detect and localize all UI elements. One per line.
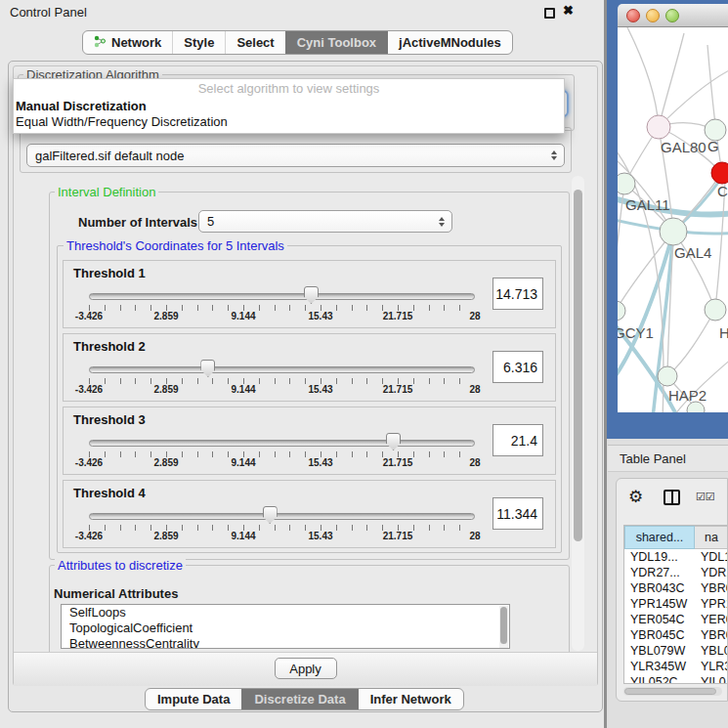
- slider-tick-labels: -3.426 2.859 9.144 15.43 21.715 28: [89, 531, 475, 541]
- threshold-4-label: Threshold 4: [73, 486, 492, 500]
- column-header-name[interactable]: na: [695, 526, 728, 549]
- network-canvas[interactable]: GAL80 G C GAL11 GAL4 GCY1 H HAP2: [618, 27, 728, 412]
- close-window-icon[interactable]: [626, 9, 640, 22]
- list-item[interactable]: TopologicalCoefficient: [62, 621, 509, 636]
- threshold-2-label: Threshold 2: [73, 339, 492, 354]
- threshold-4-value-field[interactable]: [492, 497, 543, 530]
- numerical-attributes-label: Numerical Attributes: [54, 586, 178, 601]
- slider-track[interactable]: [89, 440, 475, 447]
- threshold-2-value-field[interactable]: [492, 351, 543, 383]
- threshold-4-slider[interactable]: -3.426 2.859 9.144 15.43 21.715 28: [89, 504, 475, 541]
- node-label-partial-h: H: [719, 324, 728, 341]
- node-label-gal4: GAL4: [674, 244, 711, 261]
- list-item[interactable]: SelfLoops: [62, 605, 509, 621]
- threshold-3-panel: Threshold 3 -3.426 2.859 9.144 15.43 21.…: [63, 407, 556, 475]
- thresholds-group-label: Threshold's Coordinates for 5 Intervals: [64, 238, 287, 253]
- threshold-3-value-field[interactable]: [492, 424, 543, 456]
- top-tab-bar: Network Style Select Cyni Toolbox jActiv…: [82, 30, 513, 55]
- network-window-titlebar[interactable]: [618, 4, 728, 27]
- minimize-window-icon[interactable]: [646, 9, 660, 22]
- threshold-1-slider[interactable]: -3.426 2.859 9.144 15.43 21.715 28: [89, 284, 475, 321]
- table-horizontal-scrollbar[interactable]: [623, 687, 722, 696]
- network-node-selected-red[interactable]: [711, 162, 728, 184]
- tab-style[interactable]: Style: [172, 31, 225, 54]
- table-row[interactable]: YBL079WYBL0: [624, 643, 728, 659]
- network-node-gal80[interactable]: [647, 115, 670, 139]
- slider-handle[interactable]: [386, 433, 401, 450]
- network-view-window: GAL80 G C GAL11 GAL4 GCY1 H HAP2: [607, 0, 728, 439]
- table-row[interactable]: YDR27...YDR2: [624, 565, 728, 580]
- node-label-gal11: GAL11: [625, 196, 670, 213]
- scrollbar-thumb[interactable]: [624, 688, 716, 695]
- attributes-group-label: Attributes to discretize: [55, 558, 186, 573]
- panel-title: Control Panel: [10, 5, 87, 20]
- settings-vertical-scrollbar[interactable]: [572, 176, 584, 651]
- tab-select[interactable]: Select: [225, 31, 284, 54]
- slider-track[interactable]: [89, 513, 475, 520]
- network-node-h[interactable]: [705, 299, 726, 321]
- spinner-arrows-icon: [551, 150, 557, 160]
- table-row[interactable]: YLR345WYLR3: [624, 659, 728, 674]
- slider-track[interactable]: [89, 366, 475, 373]
- slider-tick-labels: -3.426 2.859 9.144 15.43 21.715 28: [89, 457, 475, 468]
- dropdown-option-equal-width-frequency[interactable]: Equal Width/Frequency Discretization: [14, 114, 564, 130]
- number-of-intervals-label: Number of Intervals: [78, 215, 197, 230]
- network-node-gal11[interactable]: [618, 173, 635, 194]
- threshold-4-panel: Threshold 4 -3.426 2.859 9.144 15.43 21.…: [63, 480, 556, 548]
- list-vertical-scrollbar[interactable]: [499, 606, 508, 649]
- zoom-window-icon[interactable]: [665, 9, 679, 22]
- network-node-hap2[interactable]: [658, 366, 677, 386]
- tab-infer-network[interactable]: Infer Network: [358, 689, 463, 709]
- slider-track[interactable]: [89, 293, 475, 300]
- table-panel-title: Table Panel: [608, 445, 728, 472]
- network-icon: [94, 35, 107, 51]
- apply-strip: Apply: [14, 652, 597, 686]
- table-row[interactable]: YER054CYER0: [624, 612, 728, 627]
- table-row[interactable]: YPR145WYPR1: [624, 596, 728, 612]
- node-label-gal80: GAL80: [661, 139, 707, 155]
- table-data-combobox[interactable]: galFiltered.sif default node: [26, 144, 565, 167]
- table-row[interactable]: YBR043CYBR0: [624, 580, 728, 596]
- table-header-row: shared... na: [624, 526, 728, 549]
- scrollbar-thumb[interactable]: [500, 607, 507, 644]
- number-of-intervals-value: 5: [207, 214, 214, 229]
- node-label-partial-c: C: [717, 183, 728, 199]
- tab-network-label: Network: [111, 35, 161, 50]
- threshold-1-value-field[interactable]: [492, 278, 543, 310]
- list-item[interactable]: BetweennessCentrality: [62, 636, 509, 649]
- scrollbar-thumb[interactable]: [574, 190, 582, 541]
- node-attribute-table[interactable]: shared... na YDL19...YDL1 YDR27...YDR2 Y…: [623, 525, 728, 684]
- slider-handle[interactable]: [304, 286, 319, 304]
- slider-handle[interactable]: [263, 506, 278, 524]
- interval-definition-label: Interval Definition: [55, 185, 158, 199]
- slider-tick-labels: -3.426 2.859 9.144 15.43 21.715 28: [89, 384, 475, 395]
- threshold-1-panel: Threshold 1 -3.426 2.859 9.144 15.43 21.…: [63, 260, 556, 328]
- tab-cyni-toolbox[interactable]: Cyni Toolbox: [285, 31, 387, 54]
- tab-impute-data[interactable]: Impute Data: [146, 689, 241, 709]
- attributes-listbox[interactable]: SelfLoops TopologicalCoefficient Between…: [61, 604, 510, 649]
- dropdown-option-manual-discretization[interactable]: Manual Discretization: [14, 99, 564, 114]
- columns-icon[interactable]: [664, 490, 680, 505]
- tab-discretize-data[interactable]: Discretize Data: [241, 689, 357, 709]
- table-row[interactable]: YDL19...YDL1: [624, 549, 728, 565]
- checkbox-icons[interactable]: ☑☑: [696, 491, 715, 503]
- apply-button[interactable]: Apply: [275, 658, 337, 679]
- table-row[interactable]: YBR045CYBR0: [624, 627, 728, 643]
- threshold-2-panel: Threshold 2 -3.426 2.859 9.144 15.43 21.…: [63, 333, 556, 402]
- column-header-shared-name[interactable]: shared...: [624, 526, 695, 549]
- threshold-2-slider[interactable]: -3.426 2.859 9.144 15.43 21.715 28: [89, 358, 475, 395]
- table-row[interactable]: YIL052CYIL0: [624, 674, 728, 684]
- threshold-3-label: Threshold 3: [73, 412, 492, 427]
- network-node-gal4[interactable]: [660, 218, 687, 245]
- network-node-gcy1[interactable]: [618, 301, 625, 321]
- number-of-intervals-combobox[interactable]: 5: [198, 210, 452, 233]
- tab-network[interactable]: Network: [83, 31, 172, 54]
- float-panel-icon[interactable]: [544, 8, 555, 19]
- threshold-3-slider[interactable]: -3.426 2.859 9.144 15.43 21.715 28: [89, 431, 475, 468]
- slider-handle[interactable]: [200, 360, 215, 377]
- close-panel-icon[interactable]: ✖: [563, 3, 574, 18]
- table-panel-body: ⚙ ☑☑ shared... na YDL19...YDL1 YDR27...Y…: [616, 478, 728, 702]
- gear-icon[interactable]: ⚙: [628, 487, 643, 507]
- tab-jactivemnodules[interactable]: jActiveMNodules: [387, 31, 512, 54]
- table-data-value: galFiltered.sif default node: [35, 149, 184, 163]
